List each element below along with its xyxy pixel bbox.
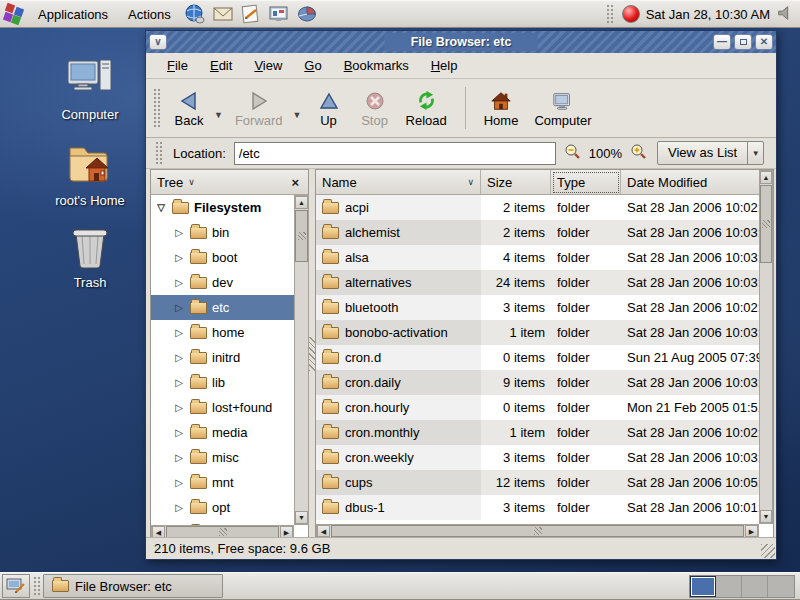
- expander-closed-icon[interactable]: ▷: [173, 427, 185, 438]
- locationbar-drag-handle[interactable]: [155, 141, 162, 165]
- taskbar-drag-handle[interactable]: [33, 576, 40, 596]
- column-header-name[interactable]: Name∨: [316, 170, 481, 195]
- toolbar-forward-button[interactable]: Forward: [227, 86, 291, 131]
- menu-file[interactable]: File: [156, 54, 199, 77]
- toolbar-back-button[interactable]: Back: [166, 86, 212, 131]
- list-vscrollbar[interactable]: ▲ ▼: [759, 170, 773, 524]
- tree-item-initrd[interactable]: ▷initrd: [151, 345, 294, 370]
- writer-icon[interactable]: [238, 2, 264, 26]
- close-button[interactable]: ✕: [755, 34, 773, 50]
- file-row-cron.monthly[interactable]: cron.monthly1 itemfolderSat 28 Jan 2006 …: [316, 420, 759, 445]
- column-header-date-modified[interactable]: Date Modified: [621, 170, 759, 195]
- update-alert-icon[interactable]: [622, 5, 640, 23]
- scroll-down-button[interactable]: ▼: [295, 511, 308, 524]
- desktop-icon-home[interactable]: root's Home: [40, 138, 140, 208]
- tree-item-bin[interactable]: ▷bin: [151, 220, 294, 245]
- toolbar-computer-button[interactable]: Computer: [526, 86, 599, 131]
- expander-closed-icon[interactable]: ▷: [173, 452, 185, 463]
- menu-help[interactable]: Help: [420, 54, 469, 77]
- file-row-cron.hourly[interactable]: cron.hourly0 itemsfolderMon 21 Feb 2005 …: [316, 395, 759, 420]
- expander-closed-icon[interactable]: ▷: [173, 377, 185, 388]
- column-header-type[interactable]: Type: [551, 170, 621, 195]
- toolbar-home-button[interactable]: Home: [476, 86, 527, 131]
- file-row-cron.d[interactable]: cron.d0 itemsfolderSun 21 Aug 2005 07:39…: [316, 345, 759, 370]
- clock[interactable]: Sat Jan 28, 10:30 AM: [646, 7, 770, 22]
- menu-bookmarks[interactable]: Bookmarks: [333, 54, 420, 77]
- tree-item-filesystem[interactable]: ▽Filesystem: [151, 195, 294, 220]
- toolbar-reload-button[interactable]: Reload: [398, 86, 455, 131]
- tree-item-lost-found[interactable]: ▷lost+found: [151, 395, 294, 420]
- file-row-acpi[interactable]: acpi2 itemsfolderSat 28 Jan 2006 10:02:5: [316, 195, 759, 220]
- toolbar-stop-button[interactable]: Stop: [352, 86, 398, 131]
- tree-item-media[interactable]: ▷media: [151, 420, 294, 445]
- toolbar-drag-handle[interactable]: [153, 88, 160, 128]
- workspace-3[interactable]: [742, 576, 768, 597]
- expander-closed-icon[interactable]: ▷: [173, 327, 185, 338]
- chevron-down-icon[interactable]: ∨: [188, 177, 195, 187]
- tree-item-dev[interactable]: ▷dev: [151, 270, 294, 295]
- toolbar-back-dropdown-icon[interactable]: ▼: [212, 110, 225, 120]
- location-input[interactable]: [234, 142, 556, 165]
- tree-item-opt[interactable]: ▷opt: [151, 495, 294, 520]
- toolbar-forward-dropdown-icon[interactable]: ▼: [291, 110, 304, 120]
- window-menu-button[interactable]: ∨: [149, 34, 167, 50]
- tree-item-misc[interactable]: ▷misc: [151, 445, 294, 470]
- desktop-icon-computer[interactable]: Computer: [40, 56, 140, 122]
- scrollbar-thumb[interactable]: [331, 525, 744, 537]
- workspace-1[interactable]: [690, 576, 716, 597]
- file-row-dbus-1[interactable]: dbus-13 itemsfolderSat 28 Jan 2006 10:01…: [316, 495, 759, 520]
- scroll-down-button[interactable]: ▼: [760, 510, 772, 523]
- email-icon[interactable]: [210, 2, 236, 26]
- zoom-level[interactable]: 100%: [589, 146, 622, 161]
- toolbar-up-button[interactable]: Up: [306, 86, 352, 131]
- tree-item-boot[interactable]: ▷boot: [151, 245, 294, 270]
- workspace-4[interactable]: [768, 576, 794, 597]
- workspace-2[interactable]: [716, 576, 742, 597]
- file-row-cron.weekly[interactable]: cron.weekly3 itemsfolderSat 28 Jan 2006 …: [316, 445, 759, 470]
- titlebar[interactable]: ∨ File Browser: etc — ✕: [146, 31, 776, 53]
- column-header-size[interactable]: Size: [481, 170, 551, 195]
- tree-vscrollbar[interactable]: ▲ ▼: [294, 195, 309, 525]
- actions-menu[interactable]: Actions: [118, 1, 181, 27]
- zoom-in-icon[interactable]: [630, 143, 647, 163]
- expander-closed-icon[interactable]: ▷: [173, 302, 185, 313]
- view-mode-dropdown[interactable]: View as List ▼: [657, 141, 764, 165]
- list-hscrollbar[interactable]: ◀ ▶: [316, 524, 759, 538]
- expander-closed-icon[interactable]: ▷: [173, 227, 185, 238]
- window-resize-grip[interactable]: [761, 544, 775, 558]
- minimize-button[interactable]: —: [713, 34, 731, 50]
- volume-icon[interactable]: [776, 4, 794, 25]
- tree-item-mnt[interactable]: ▷mnt: [151, 470, 294, 495]
- web-browser-icon[interactable]: [182, 2, 208, 26]
- expander-closed-icon[interactable]: ▷: [173, 252, 185, 263]
- scrollbar-thumb[interactable]: [760, 185, 772, 263]
- scroll-up-button[interactable]: ▲: [295, 196, 308, 209]
- tree-item-home[interactable]: ▷home: [151, 320, 294, 345]
- file-row-alternatives[interactable]: alternatives24 itemsfolderSat 28 Jan 200…: [316, 270, 759, 295]
- applications-menu[interactable]: Applications: [28, 1, 118, 27]
- file-row-alsa[interactable]: alsa4 itemsfolderSat 28 Jan 2006 10:03:3: [316, 245, 759, 270]
- show-desktop-button[interactable]: [2, 574, 30, 598]
- side-pane-title[interactable]: Tree: [157, 175, 183, 190]
- task-button-file-browser[interactable]: File Browser: etc: [43, 574, 223, 598]
- maximize-button[interactable]: [734, 34, 752, 50]
- expander-open-icon[interactable]: ▽: [155, 202, 167, 213]
- scroll-left-button[interactable]: ◀: [317, 525, 330, 537]
- file-row-bonobo-activation[interactable]: bonobo-activation1 itemfolderSat 28 Jan …: [316, 320, 759, 345]
- tree-item-etc[interactable]: ▷etc: [151, 295, 294, 320]
- expander-closed-icon[interactable]: ▷: [173, 502, 185, 513]
- desktop-icon-trash[interactable]: Trash: [40, 224, 140, 290]
- impress-icon[interactable]: [266, 2, 292, 26]
- scrollbar-thumb[interactable]: [295, 210, 308, 262]
- side-pane-close-icon[interactable]: ×: [288, 175, 302, 190]
- pie-chart-icon[interactable]: [294, 2, 320, 26]
- file-row-alchemist[interactable]: alchemist2 itemsfolderSat 28 Jan 2006 10…: [316, 220, 759, 245]
- tree-item-lib[interactable]: ▷lib: [151, 370, 294, 395]
- distro-menu-icon[interactable]: [1, 2, 27, 26]
- menu-view[interactable]: View: [243, 54, 293, 77]
- panel-drag-handle[interactable]: [606, 4, 613, 24]
- file-row-bluetooth[interactable]: bluetooth3 itemsfolderSat 28 Jan 2006 10…: [316, 295, 759, 320]
- zoom-out-icon[interactable]: [564, 143, 581, 163]
- expander-closed-icon[interactable]: ▷: [173, 277, 185, 288]
- expander-closed-icon[interactable]: ▷: [173, 352, 185, 363]
